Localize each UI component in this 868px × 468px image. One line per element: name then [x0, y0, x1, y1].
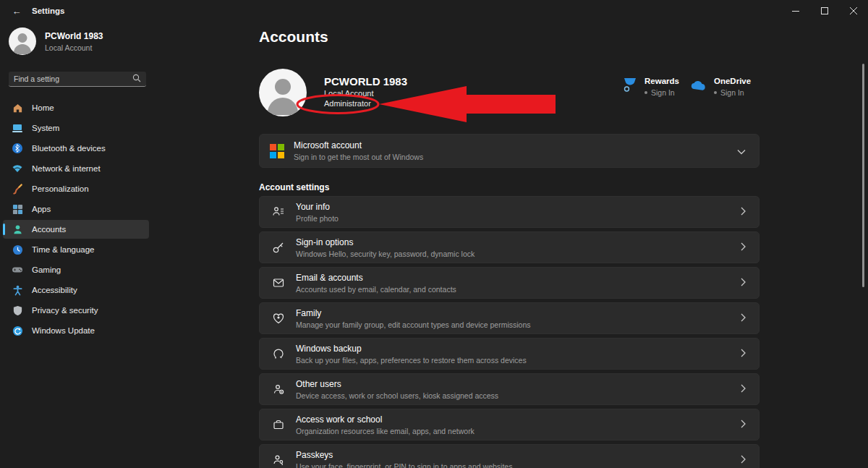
system-icon: [12, 122, 23, 134]
privacy-shield-icon: [12, 305, 23, 316]
windows-update-icon: [12, 325, 23, 336]
chevron-right-icon: [741, 312, 746, 325]
window-title: Settings: [32, 7, 64, 15]
card-title: Other users: [296, 379, 498, 389]
avatar: [9, 27, 36, 55]
search-icon: [132, 72, 141, 85]
sidebar-item-network[interactable]: Network & internet: [3, 159, 149, 178]
selected-indicator: [3, 224, 5, 235]
card-windows-backup[interactable]: Windows backup Back up your files, apps,…: [259, 338, 760, 370]
card-passkeys[interactable]: Passkeys Use your face, fingerprint, or …: [259, 444, 760, 468]
sidebar-item-label: Windows Update: [32, 326, 95, 335]
chevron-down-icon[interactable]: [737, 145, 746, 158]
sidebar-item-apps[interactable]: Apps: [3, 200, 149, 218]
accessibility-icon: [12, 284, 23, 296]
card-title: Family: [296, 308, 531, 318]
scrollbar-thumb[interactable]: [862, 64, 864, 287]
card-subtitle: Windows Hello, security key, password, d…: [296, 250, 475, 258]
onedrive-sign-in[interactable]: Sign In: [714, 88, 751, 97]
home-icon: [12, 102, 23, 114]
maximize-icon[interactable]: [810, 0, 839, 22]
profile-account-type: Local Account: [324, 89, 374, 98]
search-input[interactable]: [14, 75, 132, 83]
profile-avatar: [259, 69, 307, 116]
chevron-right-icon: [741, 347, 746, 360]
bluetooth-icon: [12, 142, 23, 154]
sidebar-item-privacy-security[interactable]: Privacy & security: [3, 301, 149, 320]
sidebar-item-label: Privacy & security: [32, 306, 98, 315]
card-subtitle: Device access, work or school users, kio…: [296, 391, 498, 400]
card-your-info[interactable]: Your info Profile photo: [259, 196, 760, 228]
card-sign-in-options[interactable]: Sign-in options Windows Hello, security …: [259, 231, 760, 263]
sidebar-item-accounts[interactable]: Accounts: [3, 220, 149, 239]
card-title: Email & accounts: [296, 273, 456, 283]
briefcase-icon: [267, 418, 290, 431]
chevron-right-icon: [741, 454, 746, 467]
card-family[interactable]: Family Manage your family group, edit ac…: [259, 302, 760, 334]
profile-role: Administrator: [324, 99, 371, 108]
passkeys-icon: [267, 454, 290, 467]
email-icon: [267, 276, 290, 289]
card-title: Your info: [296, 202, 339, 212]
sidebar-item-label: Accounts: [32, 225, 66, 234]
account-settings-list: Your info Profile photo Sign-in options …: [259, 196, 760, 468]
close-icon[interactable]: [839, 0, 868, 22]
gaming-icon: [12, 264, 23, 276]
apps-icon: [12, 203, 23, 215]
microsoft-account-banner[interactable]: Microsoft account Sign in to get the mos…: [259, 134, 760, 168]
network-icon: [12, 163, 23, 174]
back-icon[interactable]: ←: [6, 3, 27, 19]
your-info-icon: [267, 205, 290, 218]
sidebar-item-label: Personalization: [32, 184, 89, 193]
onedrive-label: OneDrive: [714, 77, 751, 85]
sidebar-item-label: Bluetooth & devices: [32, 144, 106, 153]
search-box[interactable]: [9, 72, 146, 87]
key-icon: [267, 241, 290, 254]
sidebar-item-label: Apps: [32, 205, 51, 213]
sidebar-item-personalization[interactable]: Personalization: [3, 179, 149, 198]
chevron-right-icon: [741, 205, 746, 218]
card-subtitle: Back up your files, apps, preferences to…: [296, 356, 527, 365]
sidebar-item-gaming[interactable]: Gaming: [3, 260, 149, 279]
accounts-icon: [12, 224, 23, 235]
card-access-work-school[interactable]: Access work or school Organization resou…: [259, 409, 760, 441]
rewards-sign-in[interactable]: Sign In: [644, 88, 679, 97]
personalization-icon: [12, 183, 23, 195]
chevron-right-icon: [741, 276, 746, 289]
sidebar-profile-name: PCWorld 1983: [45, 31, 103, 41]
sidebar-item-windows-update[interactable]: Windows Update: [3, 321, 149, 340]
banner-title: Microsoft account: [294, 140, 423, 150]
time-language-icon: [12, 244, 23, 255]
sidebar-profile[interactable]: PCWorld 1983 Local Account: [9, 27, 103, 55]
family-heart-icon: [267, 312, 290, 325]
sidebar-item-bluetooth[interactable]: Bluetooth & devices: [3, 139, 149, 158]
sidebar-item-label: Network & internet: [32, 164, 101, 173]
page-title: Accounts: [259, 28, 328, 46]
sidebar-item-label: System: [32, 124, 59, 132]
card-title: Sign-in options: [296, 237, 475, 247]
window-controls: [781, 0, 868, 22]
card-subtitle: Profile photo: [296, 214, 339, 223]
other-users-icon: [267, 383, 290, 396]
rewards-label: Rewards: [644, 77, 679, 85]
chevron-right-icon: [741, 241, 746, 254]
sidebar-item-home[interactable]: Home: [3, 98, 149, 117]
rewards-block: Rewards Sign In: [622, 77, 679, 97]
card-title: Access work or school: [296, 414, 475, 425]
card-subtitle: Manage your family group, edit account t…: [296, 320, 531, 329]
card-title: Passkeys: [296, 450, 512, 460]
card-title: Windows backup: [296, 344, 527, 354]
card-other-users[interactable]: Other users Device access, work or schoo…: [259, 373, 760, 405]
bullet-icon: [714, 91, 717, 94]
sidebar-item-time-language[interactable]: Time & language: [3, 240, 149, 259]
sidebar-item-accessibility[interactable]: Accessibility: [3, 281, 149, 299]
minimize-icon[interactable]: [781, 0, 810, 22]
microsoft-logo-icon: [270, 144, 284, 158]
profile-name: PCWORLD 1983: [324, 75, 407, 88]
onedrive-block: OneDrive Sign In: [689, 77, 751, 97]
card-subtitle: Accounts used by email, calendar, and co…: [296, 285, 456, 294]
sidebar-item-system[interactable]: System: [3, 119, 149, 137]
card-email-accounts[interactable]: Email & accounts Accounts used by email,…: [259, 267, 760, 299]
onedrive-cloud-icon: [689, 77, 707, 97]
bullet-icon: [644, 91, 647, 94]
